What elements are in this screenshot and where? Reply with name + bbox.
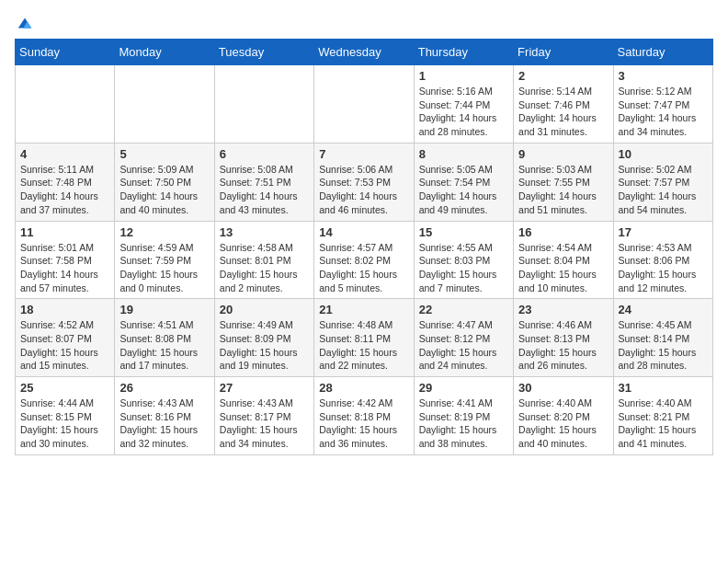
day-number: 17 <box>619 225 708 239</box>
day-info: Sunrise: 4:48 AMSunset: 8:11 PMDaylight:… <box>319 318 408 373</box>
calendar-cell <box>314 65 414 144</box>
day-info: Sunrise: 4:57 AMSunset: 8:02 PMDaylight:… <box>319 241 408 295</box>
calendar-cell: 1Sunrise: 5:16 AMSunset: 7:44 PMDaylight… <box>414 65 513 144</box>
calendar-cell: 19Sunrise: 4:51 AMSunset: 8:08 PMDayligh… <box>115 299 214 377</box>
day-info: Sunrise: 4:58 AMSunset: 8:01 PMDaylight:… <box>220 241 309 295</box>
calendar-cell: 10Sunrise: 5:02 AMSunset: 7:57 PMDayligh… <box>613 143 712 221</box>
day-number: 30 <box>518 381 608 395</box>
calendar-cell: 5Sunrise: 5:09 AMSunset: 7:50 PMDaylight… <box>115 143 214 221</box>
day-number: 31 <box>619 381 708 395</box>
calendar-cell: 11Sunrise: 5:01 AMSunset: 7:58 PMDayligh… <box>16 221 115 299</box>
calendar-header-friday: Friday <box>514 40 613 65</box>
calendar-cell: 29Sunrise: 4:41 AMSunset: 8:19 PMDayligh… <box>414 377 513 455</box>
day-info: Sunrise: 5:12 AMSunset: 7:47 PMDaylight:… <box>619 85 708 139</box>
calendar-cell: 2Sunrise: 5:14 AMSunset: 7:46 PMDaylight… <box>514 65 613 144</box>
calendar-week-row: 11Sunrise: 5:01 AMSunset: 7:58 PMDayligh… <box>16 221 713 299</box>
day-number: 8 <box>419 147 508 161</box>
calendar-cell: 20Sunrise: 4:49 AMSunset: 8:09 PMDayligh… <box>214 299 313 377</box>
calendar-cell <box>214 65 313 144</box>
day-number: 5 <box>119 147 209 161</box>
day-number: 4 <box>20 147 109 161</box>
day-number: 15 <box>419 225 508 239</box>
day-info: Sunrise: 4:45 AMSunset: 8:14 PMDaylight:… <box>619 318 708 373</box>
day-number: 3 <box>619 69 708 83</box>
day-info: Sunrise: 4:43 AMSunset: 8:17 PMDaylight:… <box>220 396 309 451</box>
day-info: Sunrise: 4:52 AMSunset: 8:07 PMDaylight:… <box>20 318 109 373</box>
calendar-week-row: 18Sunrise: 4:52 AMSunset: 8:07 PMDayligh… <box>16 299 713 377</box>
day-number: 9 <box>518 147 608 161</box>
day-number: 10 <box>619 147 708 161</box>
calendar-cell: 9Sunrise: 5:03 AMSunset: 7:55 PMDaylight… <box>514 143 613 221</box>
day-info: Sunrise: 4:46 AMSunset: 8:13 PMDaylight:… <box>518 318 608 373</box>
day-info: Sunrise: 5:14 AMSunset: 7:46 PMDaylight:… <box>518 85 608 139</box>
day-info: Sunrise: 5:02 AMSunset: 7:57 PMDaylight:… <box>619 163 708 217</box>
calendar-header-sunday: Sunday <box>16 40 115 65</box>
calendar-cell: 13Sunrise: 4:58 AMSunset: 8:01 PMDayligh… <box>214 221 313 299</box>
calendar-week-row: 1Sunrise: 5:16 AMSunset: 7:44 PMDaylight… <box>16 65 713 144</box>
calendar-cell: 4Sunrise: 5:11 AMSunset: 7:48 PMDaylight… <box>16 143 115 221</box>
calendar-cell: 27Sunrise: 4:43 AMSunset: 8:17 PMDayligh… <box>214 377 313 455</box>
calendar-cell: 25Sunrise: 4:44 AMSunset: 8:15 PMDayligh… <box>16 377 115 455</box>
logo <box>15 15 33 31</box>
day-number: 29 <box>419 381 508 395</box>
day-info: Sunrise: 5:01 AMSunset: 7:58 PMDaylight:… <box>20 241 109 295</box>
day-number: 23 <box>518 303 608 316</box>
day-info: Sunrise: 5:11 AMSunset: 7:48 PMDaylight:… <box>20 163 109 217</box>
calendar-cell: 3Sunrise: 5:12 AMSunset: 7:47 PMDaylight… <box>613 65 712 144</box>
calendar-header-row: SundayMondayTuesdayWednesdayThursdayFrid… <box>16 40 713 65</box>
calendar-cell: 31Sunrise: 4:40 AMSunset: 8:21 PMDayligh… <box>613 377 712 455</box>
calendar-header-thursday: Thursday <box>414 40 513 65</box>
calendar-cell: 26Sunrise: 4:43 AMSunset: 8:16 PMDayligh… <box>115 377 214 455</box>
calendar-cell: 6Sunrise: 5:08 AMSunset: 7:51 PMDaylight… <box>214 143 313 221</box>
day-info: Sunrise: 5:08 AMSunset: 7:51 PMDaylight:… <box>220 163 309 217</box>
day-info: Sunrise: 4:43 AMSunset: 8:16 PMDaylight:… <box>119 396 209 451</box>
calendar-cell: 22Sunrise: 4:47 AMSunset: 8:12 PMDayligh… <box>414 299 513 377</box>
calendar-header-monday: Monday <box>115 40 214 65</box>
calendar-cell: 23Sunrise: 4:46 AMSunset: 8:13 PMDayligh… <box>514 299 613 377</box>
day-info: Sunrise: 5:03 AMSunset: 7:55 PMDaylight:… <box>518 163 608 217</box>
day-number: 16 <box>518 225 608 239</box>
calendar-cell <box>16 65 115 144</box>
calendar-table: SundayMondayTuesdayWednesdayThursdayFrid… <box>15 39 713 455</box>
day-info: Sunrise: 4:49 AMSunset: 8:09 PMDaylight:… <box>220 318 309 373</box>
day-info: Sunrise: 4:41 AMSunset: 8:19 PMDaylight:… <box>419 396 508 451</box>
calendar-week-row: 4Sunrise: 5:11 AMSunset: 7:48 PMDaylight… <box>16 143 713 221</box>
calendar-cell: 21Sunrise: 4:48 AMSunset: 8:11 PMDayligh… <box>314 299 414 377</box>
calendar-header-saturday: Saturday <box>613 40 712 65</box>
calendar-cell: 16Sunrise: 4:54 AMSunset: 8:04 PMDayligh… <box>514 221 613 299</box>
day-info: Sunrise: 4:53 AMSunset: 8:06 PMDaylight:… <box>619 241 708 295</box>
day-info: Sunrise: 4:44 AMSunset: 8:15 PMDaylight:… <box>20 396 109 451</box>
day-info: Sunrise: 4:40 AMSunset: 8:21 PMDaylight:… <box>619 396 708 451</box>
calendar-week-row: 25Sunrise: 4:44 AMSunset: 8:15 PMDayligh… <box>16 377 713 455</box>
logo-icon <box>17 15 33 31</box>
day-number: 20 <box>220 303 309 316</box>
day-info: Sunrise: 4:47 AMSunset: 8:12 PMDaylight:… <box>419 318 508 373</box>
day-info: Sunrise: 5:09 AMSunset: 7:50 PMDaylight:… <box>119 163 209 217</box>
calendar-cell: 18Sunrise: 4:52 AMSunset: 8:07 PMDayligh… <box>16 299 115 377</box>
day-number: 24 <box>619 303 708 316</box>
calendar-cell: 17Sunrise: 4:53 AMSunset: 8:06 PMDayligh… <box>613 221 712 299</box>
calendar-cell: 8Sunrise: 5:05 AMSunset: 7:54 PMDaylight… <box>414 143 513 221</box>
day-info: Sunrise: 5:16 AMSunset: 7:44 PMDaylight:… <box>419 85 508 139</box>
page-header <box>15 15 713 31</box>
day-number: 2 <box>518 69 608 83</box>
day-number: 19 <box>119 303 209 316</box>
day-number: 11 <box>20 225 109 239</box>
day-number: 27 <box>220 381 309 395</box>
day-info: Sunrise: 5:05 AMSunset: 7:54 PMDaylight:… <box>419 163 508 217</box>
calendar-cell: 15Sunrise: 4:55 AMSunset: 8:03 PMDayligh… <box>414 221 513 299</box>
day-number: 22 <box>419 303 508 316</box>
day-info: Sunrise: 4:59 AMSunset: 7:59 PMDaylight:… <box>119 241 209 295</box>
day-number: 28 <box>319 381 408 395</box>
calendar-cell: 28Sunrise: 4:42 AMSunset: 8:18 PMDayligh… <box>314 377 414 455</box>
calendar-cell: 24Sunrise: 4:45 AMSunset: 8:14 PMDayligh… <box>613 299 712 377</box>
day-info: Sunrise: 4:40 AMSunset: 8:20 PMDaylight:… <box>518 396 608 451</box>
day-info: Sunrise: 4:51 AMSunset: 8:08 PMDaylight:… <box>119 318 209 373</box>
day-info: Sunrise: 4:42 AMSunset: 8:18 PMDaylight:… <box>319 396 408 451</box>
day-info: Sunrise: 5:06 AMSunset: 7:53 PMDaylight:… <box>319 163 408 217</box>
calendar-header-wednesday: Wednesday <box>314 40 414 65</box>
day-number: 12 <box>119 225 209 239</box>
day-number: 14 <box>319 225 408 239</box>
day-number: 26 <box>119 381 209 395</box>
calendar-cell: 7Sunrise: 5:06 AMSunset: 7:53 PMDaylight… <box>314 143 414 221</box>
